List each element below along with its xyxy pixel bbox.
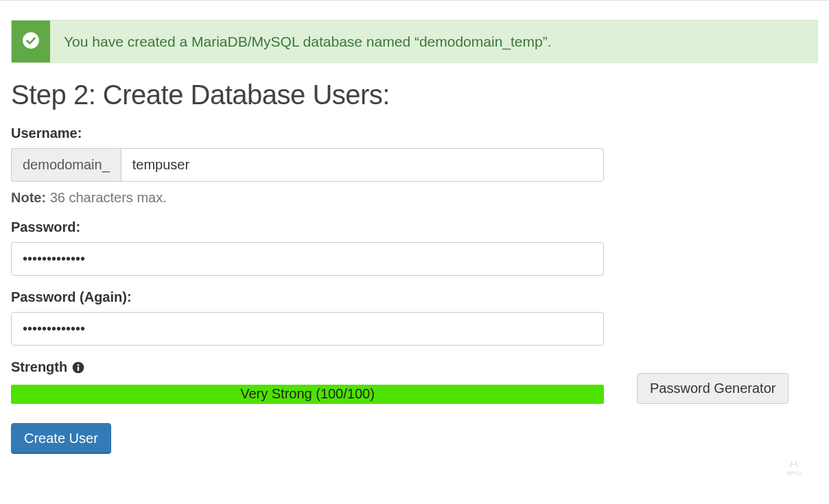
username-note: Note: 36 characters max. xyxy=(11,190,818,206)
top-divider xyxy=(0,0,829,1)
username-input[interactable] xyxy=(121,148,604,182)
page-heading: Step 2: Create Database Users: xyxy=(11,80,818,110)
info-icon[interactable] xyxy=(71,361,85,374)
username-group: Username: demodomain_ Note: 36 character… xyxy=(11,125,818,206)
password-again-label: Password (Again): xyxy=(11,289,818,305)
note-text: 36 characters max. xyxy=(46,190,167,205)
svg-point-2 xyxy=(78,364,80,366)
username-prefix: demodomain_ xyxy=(11,148,121,182)
check-circle-icon xyxy=(22,32,40,52)
password-label: Password: xyxy=(11,219,818,235)
strength-row: Strength Very Strong (100/100) Password … xyxy=(11,359,818,404)
password-input[interactable] xyxy=(11,242,604,276)
main-container: You have created a MariaDB/MySQL databas… xyxy=(0,20,829,454)
success-icon-box xyxy=(12,21,50,62)
username-label: Username: xyxy=(11,125,818,141)
password-generator-wrap: Password Generator xyxy=(637,373,789,404)
username-input-row: demodomain_ xyxy=(11,148,604,182)
password-group: Password: xyxy=(11,219,818,276)
success-alert: You have created a MariaDB/MySQL databas… xyxy=(11,20,818,63)
strength-label-row: Strength xyxy=(11,359,604,375)
strength-left: Strength Very Strong (100/100) xyxy=(11,359,604,404)
create-user-button[interactable]: Create User xyxy=(11,423,111,454)
password-again-input[interactable] xyxy=(11,312,604,346)
password-again-group: Password (Again): xyxy=(11,289,818,346)
strength-bar: Very Strong (100/100) xyxy=(11,385,604,404)
note-label: Note: xyxy=(11,190,46,205)
success-alert-text: You have created a MariaDB/MySQL databas… xyxy=(50,21,565,62)
strength-label: Strength xyxy=(11,359,67,375)
svg-point-0 xyxy=(23,32,39,49)
password-generator-button[interactable]: Password Generator xyxy=(637,373,789,404)
svg-rect-3 xyxy=(78,366,79,371)
